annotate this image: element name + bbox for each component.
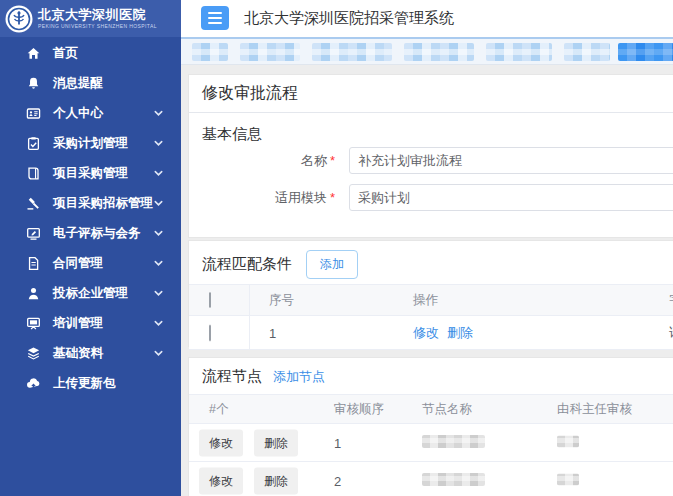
sidebar-item-label: 采购计划管理 — [53, 135, 128, 152]
clipboard-check-icon — [26, 136, 41, 151]
sidebar-item-training-mgmt[interactable]: 培训管理 — [0, 308, 181, 338]
redacted-tab — [312, 43, 392, 61]
sidebar-item-project-bidding-mgmt[interactable]: 项目采购招标管理 — [0, 188, 181, 218]
redacted-tab — [404, 43, 474, 61]
chevron-down-icon — [153, 348, 164, 359]
redacted-reviewer-value — [557, 435, 579, 447]
main-content: 修改审批流程 基本信息 名称* 适用模块* 流程匹配条件 添加 序号 操作 — [181, 65, 673, 496]
add-condition-button[interactable]: 添加 — [306, 250, 358, 279]
sidebar-item-basic-data[interactable]: 基础资料 — [0, 338, 181, 368]
module-field-row: 适用模块* — [189, 184, 335, 211]
sidebar-item-notifications[interactable]: 消息提醒 — [0, 68, 181, 98]
sidebar-item-project-purchase-mgmt[interactable]: 项目采购管理 — [0, 158, 181, 188]
section-title-flow-nodes: 流程节点 — [202, 367, 262, 386]
section-title-basic-info: 基本信息 — [202, 125, 262, 144]
module-field-label: 适用模块* — [189, 189, 335, 207]
sidebar-item-e-evaluation[interactable]: 电子评标与会务 — [0, 218, 181, 248]
column-header-no: 序号 — [269, 292, 294, 309]
row-checkbox[interactable] — [209, 324, 211, 341]
table-row: 修改 删除 1 — [189, 424, 673, 462]
cloud-upload-icon — [26, 376, 41, 391]
column-header-dept-head-review: 由科主任审核 — [557, 401, 632, 418]
delete-link[interactable]: 删除 — [447, 325, 473, 340]
table-header-row: 序号 操作 字 — [189, 284, 673, 316]
contract-file-icon — [26, 256, 41, 271]
sidebar-item-personal-center[interactable]: 个人中心 — [0, 98, 181, 128]
layers-icon — [26, 346, 41, 361]
sidebar-item-contract-mgmt[interactable]: 合同管理 — [0, 248, 181, 278]
redacted-node-name — [422, 473, 485, 486]
sidebar-item-label: 首页 — [53, 45, 78, 62]
select-all-checkbox[interactable] — [209, 292, 211, 308]
sidebar-item-label: 消息提醒 — [53, 75, 103, 92]
bell-icon — [26, 76, 41, 91]
match-conditions-table: 序号 操作 字 1 修改删除 请 — [189, 284, 673, 350]
sidebar-item-label: 投标企业管理 — [53, 285, 128, 302]
match-conditions-card: 流程匹配条件 添加 序号 操作 字 1 修改删除 请 — [188, 240, 673, 347]
cell-review-order: 1 — [334, 435, 341, 450]
cell-partial: 请 — [669, 324, 673, 342]
name-input[interactable] — [349, 147, 673, 174]
sidebar-item-bidder-enterprise-mgmt[interactable]: 投标企业管理 — [0, 278, 181, 308]
required-asterisk: * — [330, 153, 335, 168]
hospital-subtitle: PEKING UNIVERSITY SHENZHEN HOSPITAL — [38, 24, 157, 29]
cell-no: 1 — [269, 325, 276, 340]
chevron-down-icon — [153, 318, 164, 329]
delete-node-button[interactable]: 删除 — [254, 429, 298, 456]
chevron-down-icon — [153, 108, 164, 119]
user-icon — [26, 286, 41, 301]
sidebar-item-home[interactable]: 首页 — [0, 38, 181, 68]
redacted-node-name — [422, 435, 485, 448]
presentation-board-icon — [26, 316, 41, 331]
redacted-tab — [486, 43, 552, 61]
module-input[interactable] — [349, 184, 673, 211]
required-asterisk: * — [330, 190, 335, 205]
sidebar-item-upload-update-package[interactable]: 上传更新包 — [0, 368, 181, 398]
redacted-tab — [192, 43, 228, 61]
redacted-tab — [240, 43, 300, 61]
tab-bar[interactable] — [181, 37, 673, 65]
tablet-edit-icon — [26, 226, 41, 241]
app-title: 北京大学深圳医院招采管理系统 — [244, 9, 454, 28]
sidebar-item-label: 项目采购管理 — [53, 165, 128, 182]
chevron-down-icon — [153, 228, 164, 239]
edit-node-button[interactable]: 修改 — [199, 467, 243, 494]
page-title: 修改审批流程 — [202, 83, 298, 104]
sidebar-menu: 首页 消息提醒 个人中心 采购计划管理 项目采购管理 项目采购招标管理 — [0, 38, 181, 398]
column-header-node-name: 节点名称 — [422, 401, 472, 418]
redacted-tab — [564, 43, 610, 61]
edit-node-button[interactable]: 修改 — [199, 429, 243, 456]
edit-link[interactable]: 修改 — [413, 325, 439, 340]
chevron-down-icon — [153, 168, 164, 179]
hamburger-icon — [208, 12, 222, 14]
sidebar-item-label: 项目采购招标管理 — [53, 195, 153, 212]
name-field-label: 名称* — [189, 152, 335, 170]
column-header-review-order: 审核顺序 — [334, 401, 384, 418]
cell-review-order: 2 — [334, 473, 341, 488]
flow-nodes-table: #个 审核顺序 节点名称 由科主任审核 修改 删除 1 修改 删除 — [189, 394, 673, 496]
hospital-logo-icon — [5, 5, 33, 33]
flow-nodes-card: 流程节点 添加节点 #个 审核顺序 节点名称 由科主任审核 修改 删除 1 — [188, 357, 673, 496]
sidebar: 北京大学深圳医院 PEKING UNIVERSITY SHENZHEN HOSP… — [0, 0, 181, 496]
menu-toggle-button[interactable] — [201, 6, 229, 30]
sidebar-item-label: 个人中心 — [53, 105, 103, 122]
top-bar: 北京大学深圳医院招采管理系统 — [181, 0, 673, 37]
table-row: 1 修改删除 请 — [189, 316, 673, 350]
chevron-down-icon — [153, 258, 164, 269]
table-row: 修改 删除 2 — [189, 462, 673, 496]
sidebar-item-purchase-plan-mgmt[interactable]: 采购计划管理 — [0, 128, 181, 158]
redacted-reviewer-value — [557, 473, 579, 485]
hospital-name: 北京大学深圳医院 — [38, 8, 157, 21]
page-title-row: 修改审批流程 — [189, 75, 673, 113]
add-node-link[interactable]: 添加节点 — [273, 368, 325, 386]
chevron-down-icon — [153, 288, 164, 299]
redacted-active-tab — [618, 43, 673, 61]
delete-node-button[interactable]: 删除 — [254, 467, 298, 494]
journal-icon — [26, 166, 41, 181]
name-field-row: 名称* — [189, 147, 335, 174]
hospital-logo-bar: 北京大学深圳医院 PEKING UNIVERSITY SHENZHEN HOSP… — [0, 0, 181, 37]
section-title-match-conditions: 流程匹配条件 — [202, 255, 292, 274]
gavel-icon — [26, 196, 41, 211]
column-header-operation: 操作 — [413, 292, 438, 309]
sidebar-item-label: 基础资料 — [53, 345, 103, 362]
